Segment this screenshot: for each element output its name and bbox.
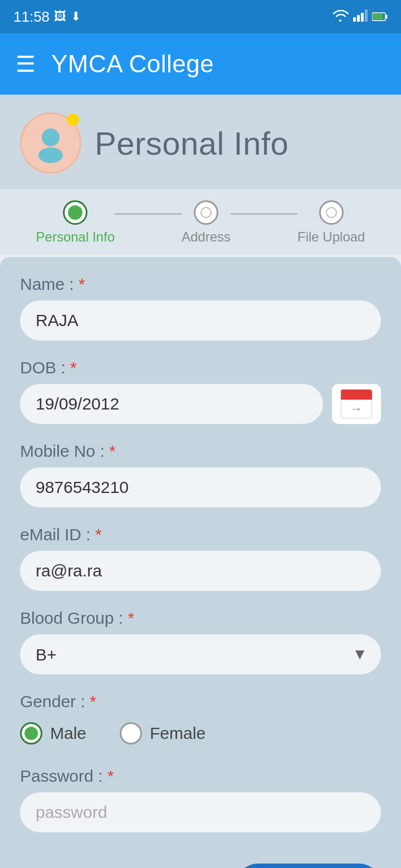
calendar-button[interactable]: → [332, 384, 381, 424]
page-title: Personal Info [95, 125, 288, 162]
status-time: 11:58 🖼 ⬇ [13, 8, 81, 26]
avatar-badge [67, 114, 79, 126]
gender-group: Gender : * Male Female [20, 692, 381, 749]
signal-icon [353, 8, 368, 26]
step-label-1: Personal Info [36, 229, 115, 245]
name-input[interactable] [20, 300, 381, 341]
blood-group-wrapper: A+ A- B+ B- O+ O- AB+ AB- ▼ [20, 634, 381, 674]
password-required: * [107, 767, 114, 785]
gender-male-option[interactable]: Male [20, 722, 86, 744]
avatar-container [20, 112, 81, 174]
blood-group-group: Blood Group : * A+ A- B+ B- O+ O- AB+ AB… [20, 609, 381, 674]
step-line-2 [231, 213, 297, 215]
mobile-required: * [109, 442, 116, 460]
gender-label: Gender : * [20, 692, 381, 711]
battery-icon [372, 8, 388, 26]
dob-input[interactable] [20, 384, 323, 424]
male-radio-button[interactable] [20, 722, 42, 744]
button-row: NEXT [20, 850, 381, 868]
status-bar: 11:58 🖼 ⬇ [0, 0, 401, 33]
female-label: Female [150, 724, 206, 743]
password-input[interactable] [20, 792, 381, 832]
name-label: Name : * [20, 275, 381, 294]
step-personal-info: Personal Info [36, 200, 115, 245]
dob-group: DOB : * → [20, 358, 381, 424]
status-icons [332, 8, 388, 26]
female-radio-button[interactable] [120, 722, 142, 744]
svg-rect-2 [361, 13, 364, 22]
step-line-1 [115, 213, 182, 215]
hamburger-menu-icon[interactable]: ☰ [16, 53, 36, 75]
dob-row: → [20, 384, 381, 424]
step-file-upload: File Upload [297, 200, 365, 245]
next-button[interactable]: NEXT [236, 864, 381, 868]
form-section: Name : * DOB : * → Mobile No : [0, 257, 401, 868]
mobile-input[interactable] [20, 467, 381, 507]
wifi-icon [332, 8, 349, 26]
svg-rect-1 [357, 15, 360, 22]
blood-group-label: Blood Group : * [20, 609, 381, 628]
svg-rect-5 [373, 13, 383, 19]
email-required: * [95, 525, 102, 544]
svg-rect-6 [386, 14, 388, 18]
password-group: Password : * [20, 767, 381, 832]
mobile-label: Mobile No : * [20, 442, 381, 461]
dob-required: * [70, 358, 77, 377]
gender-female-option[interactable]: Female [120, 722, 206, 744]
download-icon: ⬇ [71, 9, 81, 24]
gallery-icon: 🖼 [54, 9, 66, 24]
email-label: eMail ID : * [20, 525, 381, 544]
dob-label: DOB : * [20, 358, 381, 377]
step-label-2: Address [182, 229, 231, 245]
name-group: Name : * [20, 275, 381, 341]
calendar-icon: → [341, 389, 372, 418]
calendar-arrow-icon: → [350, 402, 363, 416]
gender-required: * [90, 692, 96, 711]
male-radio-inner [25, 727, 38, 740]
step-indicator: Personal Info Address File Upload [0, 189, 401, 255]
svg-rect-0 [353, 17, 356, 22]
gender-options: Male Female [20, 718, 381, 749]
page-header: Personal Info [0, 95, 401, 189]
email-group: eMail ID : * [20, 525, 381, 591]
name-required: * [79, 275, 85, 293]
step-circle-2 [194, 200, 218, 225]
step-label-3: File Upload [297, 229, 365, 245]
svg-point-7 [42, 129, 60, 146]
app-title: YMCA College [51, 50, 214, 78]
step-circle-3 [319, 200, 344, 225]
password-label: Password : * [20, 767, 381, 786]
male-label: Male [50, 724, 86, 743]
step-circle-1 [63, 200, 87, 225]
app-bar: ☰ YMCA College [0, 33, 401, 95]
blood-required: * [128, 609, 134, 627]
email-input[interactable] [20, 551, 381, 591]
svg-rect-3 [365, 9, 368, 22]
blood-group-select[interactable]: A+ A- B+ B- O+ O- AB+ AB- [20, 634, 381, 674]
step-address: Address [182, 200, 231, 245]
mobile-group: Mobile No : * [20, 442, 381, 507]
time-display: 11:58 [13, 8, 50, 26]
svg-point-8 [38, 147, 63, 163]
